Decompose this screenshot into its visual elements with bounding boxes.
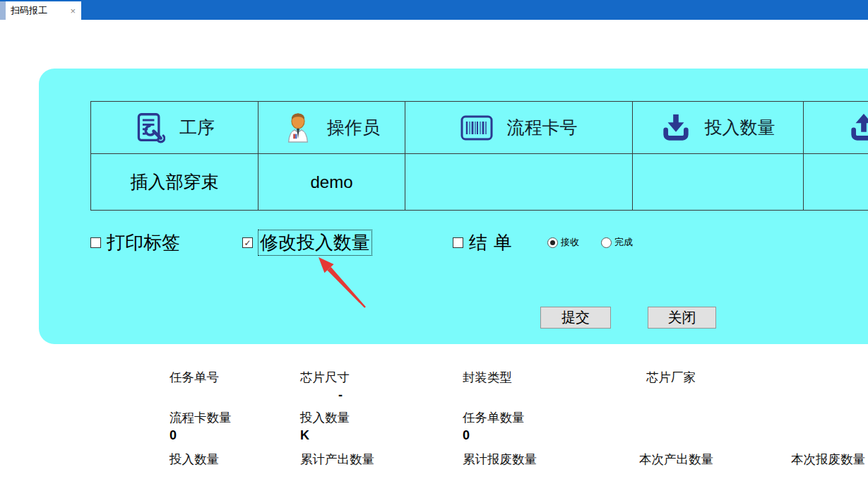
options-row: 打印标签 ✓ 修改投入数量 结单 接收 完成 [0, 230, 868, 252]
finish-radio-text: 完成 [614, 236, 633, 249]
table-header-row: 工序 操作员 [91, 102, 868, 154]
close-order-checkbox[interactable] [453, 237, 463, 248]
modify-input-qty-text: 修改投入数量 [258, 230, 371, 255]
chip-vendor-label: 芯片厂家 [646, 369, 696, 386]
header-operator: 操作员 [258, 102, 405, 154]
tab-strip-edge [0, 1, 6, 20]
task-count-value: 0 [463, 428, 470, 443]
submit-button[interactable]: 提交 [540, 307, 611, 329]
close-button[interactable]: 关闭 [648, 307, 716, 329]
cell-report-qty[interactable] [804, 154, 868, 211]
receive-radio-dot [550, 240, 555, 245]
job-table: 工序 操作员 [90, 101, 868, 211]
chip-size-label: 芯片尺寸 [300, 369, 350, 386]
modify-input-qty-checkbox[interactable]: ✓ [242, 237, 253, 248]
finish-radio-option[interactable]: 完成 [601, 236, 633, 249]
operator-value: demo [310, 172, 352, 192]
task-order-label: 任务单号 [170, 369, 219, 386]
header-card-no: 流程卡号 [405, 102, 633, 154]
upload-icon [849, 112, 868, 143]
header-process-label: 工序 [179, 116, 215, 139]
input-qty2-value: K [300, 428, 309, 443]
total-scrap-label: 累计报废数量 [463, 451, 537, 468]
task-count-label: 任务单数量 [463, 409, 525, 426]
close-order-text: 结单 [469, 230, 518, 255]
barcode-icon [460, 115, 493, 141]
scan-report-window: 扫码报工 × 工 [0, 0, 868, 484]
card-count-value: 0 [170, 428, 177, 443]
print-label-checkbox[interactable] [90, 237, 101, 248]
print-label-text: 打印标签 [107, 230, 180, 255]
receive-radio-option[interactable]: 接收 [547, 236, 579, 249]
process-value: 插入部穿束 [131, 170, 219, 194]
cell-card-no[interactable] [405, 154, 633, 211]
cell-process[interactable]: 插入部穿束 [91, 154, 258, 211]
cell-operator[interactable]: demo [258, 154, 405, 211]
header-input-qty: 投入数量 [633, 102, 804, 154]
input-qty3-label: 投入数量 [170, 451, 219, 468]
table-data-row: 插入部穿束 demo [91, 154, 868, 211]
modify-input-qty-option[interactable]: ✓ 修改投入数量 [242, 230, 371, 255]
tab-scan-report[interactable]: 扫码报工 × [6, 1, 81, 20]
input-qty2-label: 投入数量 [300, 409, 350, 426]
cell-input-qty[interactable] [633, 154, 804, 211]
current-scrap-label: 本次报废数量 [791, 451, 865, 468]
receive-radio[interactable] [547, 237, 558, 248]
close-order-option[interactable]: 结单 [453, 230, 518, 255]
print-label-option[interactable]: 打印标签 [90, 230, 180, 255]
header-input-qty-label: 投入数量 [705, 116, 775, 139]
header-card-no-label: 流程卡号 [507, 116, 578, 139]
header-report-qty: 报工数量 [804, 102, 868, 154]
card-count-label: 流程卡数量 [170, 409, 232, 426]
current-output-label: 本次产出数量 [639, 451, 713, 468]
tab-bar: 扫码报工 × [0, 0, 868, 20]
download-icon [661, 112, 691, 143]
process-icon [134, 112, 165, 144]
finish-radio[interactable] [601, 237, 612, 248]
header-operator-label: 操作员 [327, 116, 380, 139]
operator-icon [283, 112, 313, 144]
chip-size-value: - [338, 388, 343, 403]
receive-radio-text: 接收 [561, 236, 579, 249]
tab-close-icon[interactable]: × [70, 6, 76, 16]
package-type-label: 封装类型 [463, 369, 512, 386]
tab-title: 扫码报工 [11, 4, 47, 17]
header-process: 工序 [91, 102, 258, 154]
total-output-label: 累计产出数量 [300, 451, 374, 468]
